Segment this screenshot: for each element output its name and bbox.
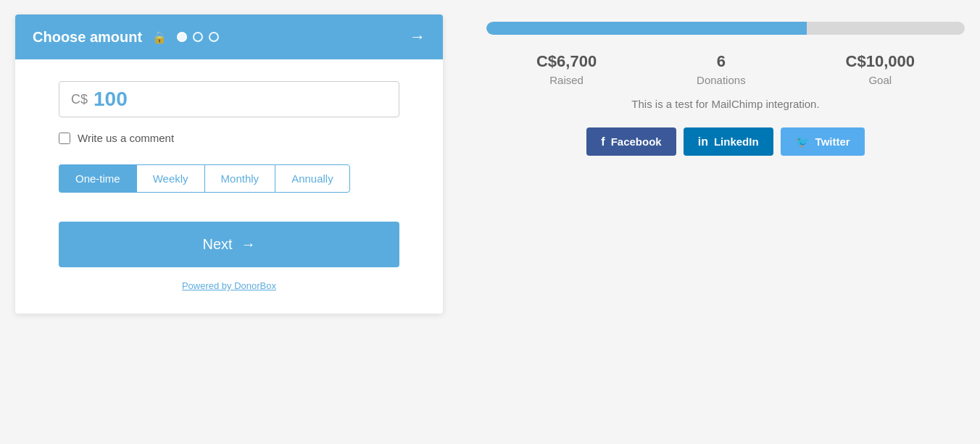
donation-form-panel: Choose amount 🔒 → C$ 100 Write us a comm… [15,14,443,314]
donorbox-link[interactable]: Powered by DonorBox [182,280,276,291]
header-arrow-icon[interactable]: → [410,28,425,46]
currency-label: C$ [71,92,88,107]
progress-bar-container [486,22,965,35]
panel-body: C$ 100 Write us a comment One-time Weekl… [15,59,443,314]
goal-stat: C$10,000 Goal [846,52,915,86]
amount-value: 100 [94,88,128,111]
facebook-button[interactable]: f Facebook [586,127,676,156]
donations-value: 6 [697,52,746,71]
page-title: Choose amount [33,29,142,46]
comment-row: Write us a comment [59,132,399,144]
linkedin-icon: in [698,135,708,148]
twitter-label: Twitter [815,135,850,148]
campaign-info-panel: C$6,700 Raised 6 Donations C$10,000 Goal… [486,14,965,156]
campaign-description: This is a test for MailChimp integration… [486,98,965,110]
frequency-tabs: One-time Weekly Monthly Annually [59,164,399,193]
tab-one-time[interactable]: One-time [59,164,136,193]
linkedin-label: LinkedIn [714,135,759,148]
linkedin-button[interactable]: in LinkedIn [684,127,773,156]
next-button[interactable]: Next → [59,222,399,267]
tab-annually[interactable]: Annually [275,164,350,193]
header-left: Choose amount 🔒 [33,29,219,46]
panel-header: Choose amount 🔒 → [15,14,443,59]
step-dot-2 [193,32,203,42]
social-buttons: f Facebook in LinkedIn 🐦 Twitter [486,127,965,156]
stats-row: C$6,700 Raised 6 Donations C$10,000 Goal [486,52,965,86]
step-dot-3 [209,32,219,42]
goal-value: C$10,000 [846,52,915,71]
next-button-label: Next [202,236,232,253]
twitter-icon: 🐦 [795,135,810,148]
goal-label: Goal [846,74,915,86]
comment-checkbox[interactable] [59,133,70,144]
donations-label: Donations [697,74,746,86]
comment-label: Write us a comment [78,132,174,144]
step-dots [177,32,219,42]
donations-stat: 6 Donations [697,52,746,86]
facebook-label: Facebook [611,135,662,148]
progress-bar-fill [486,22,807,35]
next-arrow-icon: → [241,236,256,253]
powered-by: Powered by DonorBox [59,279,399,292]
tab-monthly[interactable]: Monthly [204,164,275,193]
raised-label: Raised [536,74,597,86]
lock-icon: 🔒 [152,30,167,44]
twitter-button[interactable]: 🐦 Twitter [781,127,865,156]
tab-weekly[interactable]: Weekly [136,164,204,193]
raised-stat: C$6,700 Raised [536,52,597,86]
amount-input-container: C$ 100 [59,81,399,117]
facebook-icon: f [601,135,605,148]
step-dot-1 [177,32,187,42]
raised-value: C$6,700 [536,52,597,71]
